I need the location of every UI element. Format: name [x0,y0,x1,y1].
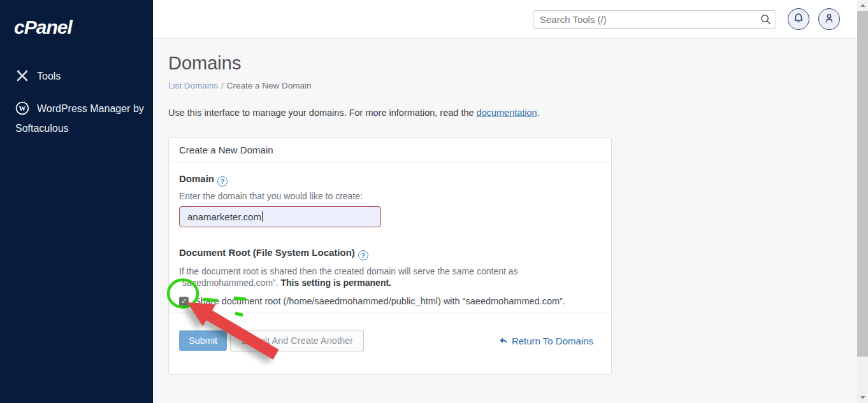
scroll-down-icon [860,396,865,399]
share-docroot-label: Share document root (/home/saeedmohammed… [194,296,565,306]
domain-input[interactable]: anamarketer.com [179,206,381,227]
text-caret [262,211,263,222]
breadcrumb-separator: / [221,81,224,90]
sidebar-nav: Tools W WordPress Manager by Softaculous [0,60,153,145]
breadcrumb: List Domains/Create a New Domain [168,81,857,90]
search-input[interactable] [533,10,776,29]
scrollbar-thumb[interactable] [857,11,868,357]
wordpress-icon: W [15,101,29,115]
topbar [153,0,857,39]
share-docroot-checkbox[interactable]: ✓ [179,297,189,306]
submit-and-create-another-button[interactable]: Submit And Create Another [230,330,364,351]
card-footer: Submit Submit And Create Another Return … [169,313,611,374]
bell-icon [793,13,804,26]
documentation-link[interactable]: documentation [477,108,537,118]
docroot-field-group: Document Root (File System Location)? If… [179,247,601,306]
notifications-button[interactable] [788,8,809,30]
user-account-button[interactable] [818,8,840,30]
back-arrow-icon [498,336,508,346]
svg-text:W: W [19,104,26,112]
sidebar-item-wordpress-manager[interactable]: W WordPress Manager by Softaculous [0,92,153,145]
domain-help-icon[interactable]: ? [217,176,228,187]
return-link-label: Return To Domains [512,336,593,346]
scrollbar[interactable] [857,0,868,403]
breadcrumb-current: Create a New Domain [227,81,312,90]
submit-button[interactable]: Submit [179,330,227,351]
domain-hint: Enter the domain that you would like to … [179,191,601,201]
main-content: Domains List Domains/Create a New Domain… [153,39,857,403]
cpanel-logo: cPanel [14,17,153,38]
return-to-domains-link[interactable]: Return To Domains [498,336,593,346]
domain-label: Domain [179,173,214,184]
domain-input-value: anamarketer.com [187,211,261,222]
search-wrap [533,10,776,29]
intro-text: Use this interface to manage your domain… [168,108,857,118]
share-docroot-row: ✓ Share document root (/home/saeedmohamm… [179,296,601,306]
scroll-up-icon [860,4,865,7]
card-header: Create a New Domain [169,138,611,162]
docroot-description: If the document root is shared then the … [179,265,577,288]
sidebar: cPanel Tools W WordPress Manager by Soft… [0,0,153,403]
docroot-label: Document Root (File System Location) [179,247,355,258]
search-icon[interactable] [760,14,771,27]
scrollbar-up-button[interactable] [857,0,868,11]
sidebar-item-tools[interactable]: Tools [0,60,153,92]
intro-suffix: . [537,108,540,118]
page-title: Domains [168,53,857,74]
sidebar-item-label: Tools [37,71,61,81]
user-icon [824,13,834,26]
intro-prefix: Use this interface to manage your domain… [168,108,477,118]
create-domain-card: Create a New Domain Domain? Enter the do… [168,138,612,375]
tools-icon [15,69,29,83]
docroot-help-icon[interactable]: ? [358,250,368,260]
docroot-desc-permanent: This setting is permanent. [281,278,391,288]
card-body: Domain? Enter the domain that you would … [169,162,611,313]
domain-field-group: Domain? Enter the domain that you would … [179,173,601,227]
sidebar-item-label: WordPress Manager by Softaculous [15,103,144,134]
breadcrumb-list-domains-link[interactable]: List Domains [168,81,218,90]
scrollbar-down-button[interactable] [857,392,868,403]
